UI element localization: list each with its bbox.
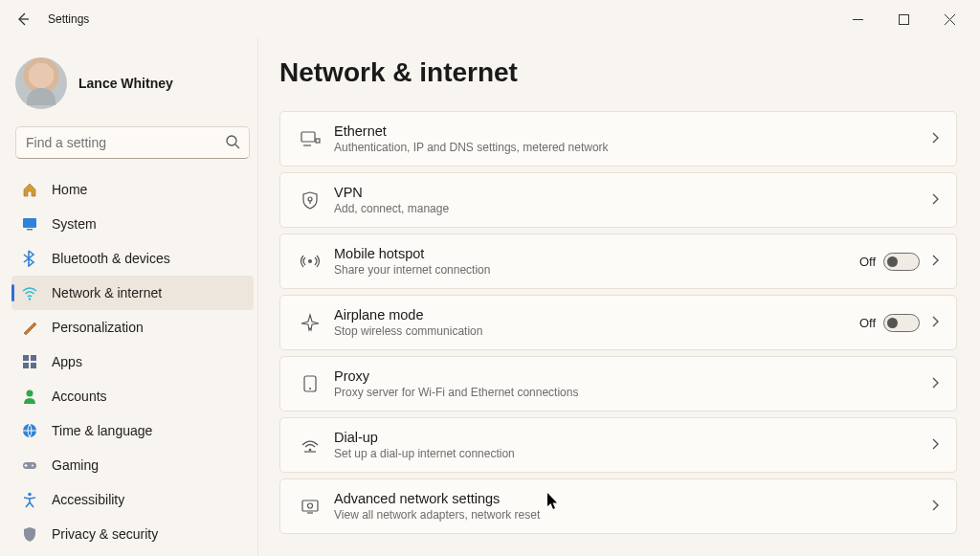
window-controls — [846, 8, 972, 31]
svg-point-20 — [309, 449, 312, 452]
airplane-icon — [294, 312, 326, 333]
bluetooth-icon — [21, 250, 38, 267]
card-subtitle: Set up a dial-up internet connection — [334, 447, 929, 460]
apps-icon — [21, 353, 38, 370]
ethernet-icon — [294, 128, 326, 149]
sidebar-item-time[interactable]: Time & language — [11, 413, 254, 448]
card-subtitle: Proxy server for Wi-Fi and Ethernet conn… — [334, 386, 929, 399]
search-box — [15, 126, 250, 159]
card-title: Dial-up — [334, 430, 929, 445]
card-subtitle: Stop wireless communication — [334, 324, 859, 338]
chevron-right-icon — [929, 315, 941, 330]
card-body: Mobile hotspot Share your internet conne… — [334, 246, 859, 277]
chevron-right-icon — [929, 376, 941, 391]
svg-point-12 — [32, 465, 33, 467]
svg-point-16 — [308, 197, 312, 201]
svg-rect-3 — [27, 229, 33, 231]
sidebar-item-apps[interactable]: Apps — [11, 345, 254, 379]
nav: HomeSystemBluetooth & devicesNetwork & i… — [11, 172, 254, 551]
card-title: Proxy — [334, 368, 929, 384]
svg-rect-14 — [301, 132, 315, 142]
sidebar-item-label: Personalization — [52, 320, 144, 335]
brush-icon — [21, 319, 38, 336]
card-body: VPN Add, connect, manage — [334, 185, 929, 215]
profile-section[interactable]: Lance Whitney — [11, 46, 254, 126]
svg-point-22 — [308, 503, 313, 508]
minimize-button[interactable] — [846, 8, 869, 31]
svg-rect-5 — [23, 355, 29, 361]
card-body: Airplane mode Stop wireless communicatio… — [334, 307, 859, 338]
sidebar-item-personalization[interactable]: Personalization — [11, 310, 254, 345]
svg-point-9 — [27, 390, 33, 397]
globe-icon — [21, 422, 38, 439]
sidebar-item-bluetooth[interactable]: Bluetooth & devices — [11, 241, 254, 276]
sidebar-item-label: Bluetooth & devices — [52, 251, 170, 266]
sidebar-item-label: Time & language — [52, 423, 152, 438]
sidebar-item-label: Network & internet — [52, 285, 162, 300]
sidebar-item-label: Accessibility — [52, 492, 124, 507]
svg-rect-15 — [316, 139, 320, 143]
vpn-icon — [294, 189, 326, 211]
card-airplane[interactable]: Airplane mode Stop wireless communicatio… — [279, 295, 957, 350]
card-vpn[interactable]: VPN Add, connect, manage — [279, 172, 957, 228]
card-body: Advanced network settings View all netwo… — [334, 491, 929, 522]
card-dialup[interactable]: Dial-up Set up a dial-up internet connec… — [279, 417, 957, 473]
chevron-right-icon — [929, 499, 941, 514]
card-ethernet[interactable]: Ethernet Authentication, IP and DNS sett… — [279, 111, 957, 167]
svg-rect-8 — [31, 363, 36, 368]
sidebar-item-accessibility[interactable]: Accessibility — [11, 482, 254, 517]
sidebar-item-label: System — [52, 216, 97, 232]
card-body: Proxy Proxy server for Wi-Fi and Etherne… — [334, 368, 929, 399]
proxy-icon — [294, 373, 326, 394]
card-body: Dial-up Set up a dial-up internet connec… — [334, 430, 929, 460]
card-subtitle: Share your internet connection — [334, 263, 859, 277]
svg-rect-0 — [899, 14, 908, 24]
close-button[interactable] — [938, 8, 961, 31]
sidebar-item-system[interactable]: System — [11, 207, 254, 241]
svg-rect-21 — [302, 500, 318, 511]
arrow-left-icon — [15, 11, 31, 27]
advanced-icon — [294, 496, 326, 517]
svg-point-4 — [29, 298, 31, 300]
sidebar-item-label: Gaming — [52, 457, 99, 473]
svg-rect-7 — [23, 363, 29, 368]
sidebar-item-label: Apps — [52, 354, 82, 369]
card-subtitle: Add, connect, manage — [334, 202, 929, 215]
back-button[interactable] — [8, 4, 38, 34]
card-advanced[interactable]: Advanced network settings View all netwo… — [279, 478, 957, 534]
sidebar-item-privacy[interactable]: Privacy & security — [11, 517, 254, 551]
card-title: Airplane mode — [334, 307, 859, 322]
card-subtitle: Authentication, IP and DNS settings, met… — [334, 141, 929, 154]
gamepad-icon — [21, 456, 38, 474]
toggle-hotspot[interactable] — [883, 253, 920, 271]
close-icon — [945, 14, 955, 25]
svg-point-19 — [309, 388, 311, 389]
minimize-icon — [853, 14, 863, 25]
toggle-airplane[interactable] — [883, 314, 920, 332]
maximize-icon — [899, 14, 909, 25]
maximize-button[interactable] — [892, 8, 915, 31]
chevron-right-icon — [929, 254, 941, 269]
sidebar-item-accounts[interactable]: Accounts — [11, 379, 254, 413]
svg-rect-2 — [23, 218, 36, 228]
card-proxy[interactable]: Proxy Proxy server for Wi-Fi and Etherne… — [279, 356, 957, 411]
chevron-right-icon — [929, 437, 941, 453]
card-title: Advanced network settings — [334, 491, 929, 506]
card-body: Ethernet Authentication, IP and DNS sett… — [334, 123, 929, 154]
sidebar-item-label: Accounts — [52, 389, 107, 404]
sidebar-item-network[interactable]: Network & internet — [11, 276, 254, 310]
person-icon — [21, 388, 38, 405]
chevron-right-icon — [929, 131, 941, 146]
wifi-icon — [21, 284, 38, 301]
svg-point-17 — [308, 259, 312, 263]
shield-icon — [21, 525, 38, 543]
chevron-right-icon — [929, 192, 941, 208]
sidebar-item-home[interactable]: Home — [11, 172, 254, 207]
sidebar-item-label: Home — [52, 182, 87, 197]
card-hotspot[interactable]: Mobile hotspot Share your internet conne… — [279, 234, 957, 289]
search-input[interactable] — [15, 126, 250, 159]
hotspot-icon — [294, 251, 326, 272]
titlebar: Settings — [0, 0, 980, 38]
sidebar-item-gaming[interactable]: Gaming — [11, 448, 254, 482]
main-content: Network & internet Ethernet Authenticati… — [258, 38, 980, 556]
